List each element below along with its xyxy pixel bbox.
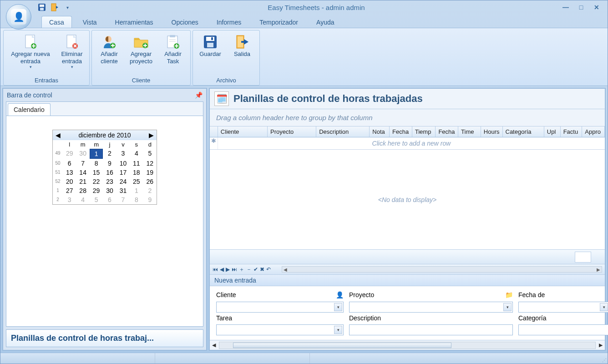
- add-entry-button[interactable]: Agregar nueva entrada ▾: [5, 32, 56, 76]
- calendar-day[interactable]: 30: [76, 149, 89, 159]
- calendar-day[interactable]: 15: [90, 168, 103, 177]
- nav-add-button[interactable]: ＋: [239, 266, 244, 273]
- dropdown-icon[interactable]: ▾: [600, 303, 608, 311]
- calendar-day[interactable]: 24: [117, 177, 130, 186]
- grid-column-header[interactable]: Description: [316, 126, 370, 137]
- nav-commit-button[interactable]: ✔: [253, 266, 258, 273]
- calendar-day[interactable]: 8: [130, 195, 143, 204]
- calendar-day[interactable]: 7: [76, 159, 89, 168]
- grid-column-header[interactable]: Upl: [544, 126, 561, 137]
- calendar-day[interactable]: 5: [143, 149, 157, 159]
- calendar-day[interactable]: 9: [143, 195, 157, 204]
- grid-column-header[interactable]: Fecha: [390, 126, 412, 137]
- delete-entry-button[interactable]: Eliminar entrada ▾: [56, 32, 87, 76]
- calendar-day[interactable]: 8: [90, 159, 103, 168]
- calendar-day[interactable]: 29: [90, 186, 103, 195]
- qat-exit-button[interactable]: [50, 2, 60, 12]
- qat-customize-button[interactable]: ▾: [62, 2, 72, 12]
- nav-refresh-button[interactable]: ↶: [266, 266, 271, 273]
- calendar-next-button[interactable]: ▶: [149, 131, 154, 139]
- maximize-button[interactable]: □: [576, 3, 587, 11]
- ribbon-tab-vista[interactable]: Vista: [76, 16, 104, 28]
- dropdown-icon[interactable]: ▾: [503, 303, 512, 311]
- add-task-button[interactable]: Añadir Task: [157, 32, 188, 76]
- calendar-day[interactable]: 20: [63, 177, 76, 186]
- calendar-day[interactable]: 30: [103, 186, 116, 195]
- calendar-day[interactable]: 11: [130, 159, 143, 168]
- nav-next-button[interactable]: ▶: [226, 266, 230, 273]
- calendar-day[interactable]: 2: [143, 186, 157, 195]
- scroll-left-icon[interactable]: ◀: [210, 342, 218, 348]
- calendar-prev-button[interactable]: ◀: [56, 131, 61, 139]
- grid-column-header[interactable]: Tiemp: [412, 126, 436, 137]
- scroll-thumb[interactable]: [233, 343, 451, 348]
- add-project-button[interactable]: Agregar proyecto: [126, 32, 157, 76]
- grid-column-header[interactable]: Proyecto: [268, 126, 316, 137]
- calendar-day[interactable]: 17: [117, 168, 130, 177]
- calendar-day[interactable]: 16: [103, 168, 116, 177]
- calendar-day[interactable]: 9: [103, 159, 116, 168]
- grid-new-row[interactable]: ✱ Click here to add a new row: [210, 137, 605, 150]
- calendar-day[interactable]: 31: [117, 186, 130, 195]
- calendar-day[interactable]: 3: [117, 149, 130, 159]
- ribbon-tab-casa[interactable]: Casa: [41, 16, 72, 28]
- field-fecha[interactable]: ▾: [518, 302, 608, 313]
- field-categoria[interactable]: [518, 324, 608, 335]
- dropdown-icon[interactable]: ▾: [334, 303, 342, 311]
- grid-column-header[interactable]: Hours: [481, 126, 503, 137]
- calendar-day[interactable]: 6: [103, 195, 116, 204]
- nav-cancel-button[interactable]: ✖: [260, 266, 264, 273]
- qat-save-button[interactable]: [37, 2, 47, 12]
- scroll-right-icon[interactable]: ▶: [597, 342, 605, 348]
- ribbon-tab-ayuda[interactable]: Ayuda: [309, 16, 341, 28]
- exit-button[interactable]: Salida: [227, 32, 258, 76]
- add-client-button[interactable]: Añadir cliente: [94, 32, 125, 76]
- calendar-day[interactable]: 18: [130, 168, 143, 177]
- nav-last-button[interactable]: ⏭: [232, 266, 237, 273]
- calendar-day[interactable]: 25: [130, 177, 143, 186]
- grid-column-header[interactable]: Fecha: [436, 126, 458, 137]
- scroll-right-icon[interactable]: ▶: [595, 267, 602, 272]
- nav-remove-button[interactable]: －: [246, 266, 252, 273]
- calendar-day[interactable]: 19: [143, 168, 157, 177]
- grid-hscroll[interactable]: ◀ ▶: [282, 266, 602, 273]
- calendar-day[interactable]: 13: [63, 168, 76, 177]
- calendar-day[interactable]: 23: [103, 177, 116, 186]
- field-description[interactable]: [349, 324, 513, 335]
- field-tarea[interactable]: ▾: [216, 324, 344, 335]
- calendar-day[interactable]: 27: [63, 186, 76, 195]
- ribbon-tab-opciones[interactable]: Opciones: [164, 16, 206, 28]
- ribbon-tab-herramientas[interactable]: Herramientas: [108, 16, 161, 28]
- grid-column-header[interactable]: Cliente: [218, 126, 268, 137]
- scroll-track[interactable]: [219, 342, 596, 349]
- left-footer-button[interactable]: Planillas de control de horas trabaj...: [6, 329, 203, 347]
- calendar-day[interactable]: 21: [76, 177, 89, 186]
- ribbon-tab-informes[interactable]: Informes: [209, 16, 248, 28]
- calendar-day[interactable]: 22: [90, 177, 103, 186]
- pin-button[interactable]: 📌: [195, 91, 203, 99]
- resize-grip-icon[interactable]: ⋰: [599, 353, 608, 364]
- calendar-day[interactable]: 2: [103, 149, 116, 159]
- calendar-day[interactable]: 3: [63, 195, 76, 204]
- grid-column-header[interactable]: Time: [458, 126, 481, 137]
- grid-column-header[interactable]: Appro: [582, 126, 605, 137]
- calendar-day[interactable]: 29: [63, 149, 76, 159]
- field-proyecto[interactable]: ▾: [349, 302, 513, 313]
- app-menu-orb[interactable]: 👤: [6, 4, 31, 30]
- calendar-day[interactable]: 14: [76, 168, 89, 177]
- calendar-day[interactable]: 6: [63, 159, 76, 168]
- form-hscroll[interactable]: ◀ ▶: [210, 340, 605, 350]
- calendar-day[interactable]: 10: [117, 159, 130, 168]
- save-button[interactable]: Guardar: [195, 32, 226, 76]
- calendar-day[interactable]: 1: [130, 186, 143, 195]
- nav-first-button[interactable]: ⏮: [213, 266, 218, 273]
- minimize-button[interactable]: —: [560, 3, 571, 11]
- tab-calendario[interactable]: Calendario: [8, 103, 51, 116]
- calendar-day[interactable]: 7: [117, 195, 130, 204]
- calendar-day[interactable]: 26: [143, 177, 157, 186]
- calendar-day[interactable]: 1: [90, 149, 103, 159]
- grid-column-header[interactable]: Categoría: [503, 126, 544, 137]
- add-client-mini-icon[interactable]: 👤: [335, 291, 344, 299]
- field-cliente[interactable]: ▾: [216, 302, 344, 313]
- calendar-day[interactable]: 4: [130, 149, 143, 159]
